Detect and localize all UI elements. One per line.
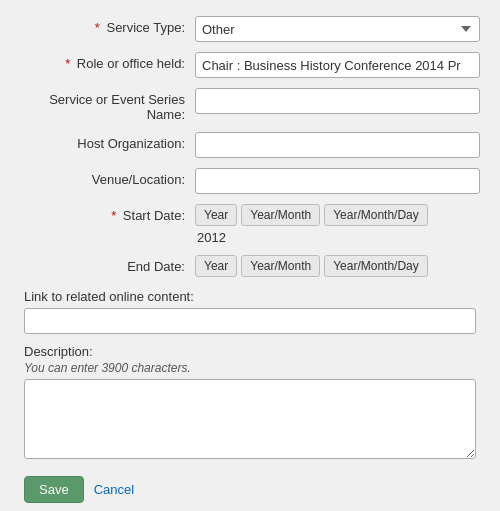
cancel-button[interactable]: Cancel: [94, 482, 134, 497]
role-control: [195, 52, 480, 78]
venue-control: [195, 168, 480, 194]
service-type-control: Other Committee Board Advisory Consultin…: [195, 16, 480, 42]
venue-row: Venue/Location:: [20, 168, 480, 194]
start-date-buttons: Year Year/Month Year/Month/Day: [195, 204, 480, 226]
end-date-row: End Date: Year Year/Month Year/Month/Day: [20, 255, 480, 281]
link-input[interactable]: [24, 308, 476, 334]
end-date-control: Year Year/Month Year/Month/Day: [195, 255, 480, 281]
description-textarea[interactable]: [24, 379, 476, 459]
end-date-label: End Date:: [20, 255, 195, 274]
start-date-control: Year Year/Month Year/Month/Day 2012: [195, 204, 480, 245]
service-type-select[interactable]: Other Committee Board Advisory Consultin…: [195, 16, 480, 42]
host-org-label: Host Organization:: [20, 132, 195, 151]
required-star: *: [95, 20, 100, 35]
service-type-label: * Service Type:: [20, 16, 195, 35]
service-event-control: [195, 88, 480, 114]
save-button[interactable]: Save: [24, 476, 84, 503]
host-org-row: Host Organization:: [20, 132, 480, 158]
service-event-label: Service or Event Series Name:: [20, 88, 195, 122]
link-section: Link to related online content:: [20, 289, 480, 334]
link-label: Link to related online content:: [24, 289, 476, 304]
end-date-yearmonthday-btn[interactable]: Year/Month/Day: [324, 255, 428, 277]
role-label: * Role or office held:: [20, 52, 195, 71]
required-star-3: *: [111, 208, 116, 223]
start-date-yearmonth-btn[interactable]: Year/Month: [241, 204, 320, 226]
end-date-buttons: Year Year/Month Year/Month/Day: [195, 255, 480, 277]
start-date-value: 2012: [195, 230, 480, 245]
form-container: * Service Type: Other Committee Board Ad…: [0, 0, 500, 511]
role-input[interactable]: [195, 52, 480, 78]
description-label: Description:: [24, 344, 476, 359]
start-date-year-btn[interactable]: Year: [195, 204, 237, 226]
description-hint: You can enter 3900 characters.: [24, 361, 476, 375]
required-star-2: *: [65, 56, 70, 71]
start-date-label: * Start Date:: [20, 204, 195, 223]
start-date-yearmonthday-btn[interactable]: Year/Month/Day: [324, 204, 428, 226]
service-event-input[interactable]: [195, 88, 480, 114]
description-section: Description: You can enter 3900 characte…: [20, 344, 480, 462]
role-row: * Role or office held:: [20, 52, 480, 78]
service-type-row: * Service Type: Other Committee Board Ad…: [20, 16, 480, 42]
host-org-input[interactable]: [195, 132, 480, 158]
end-date-year-btn[interactable]: Year: [195, 255, 237, 277]
end-date-yearmonth-btn[interactable]: Year/Month: [241, 255, 320, 277]
start-date-row: * Start Date: Year Year/Month Year/Month…: [20, 204, 480, 245]
host-org-control: [195, 132, 480, 158]
service-event-row: Service or Event Series Name:: [20, 88, 480, 122]
venue-input[interactable]: [195, 168, 480, 194]
venue-label: Venue/Location:: [20, 168, 195, 187]
form-actions: Save Cancel: [20, 476, 480, 503]
